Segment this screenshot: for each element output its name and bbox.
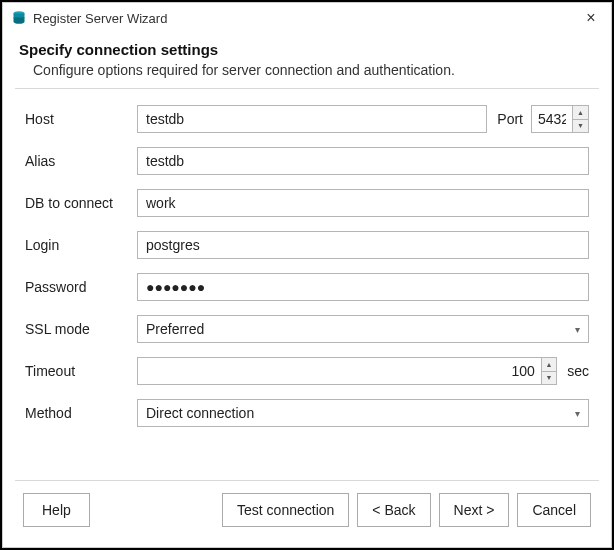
timeout-input[interactable]	[138, 358, 541, 384]
help-button[interactable]: Help	[23, 493, 90, 527]
method-value: Direct connection	[146, 405, 254, 421]
timeout-spinner[interactable]: ▲ ▼	[137, 357, 557, 385]
page-title: Specify connection settings	[19, 41, 595, 58]
titlebar: Register Server Wizard ×	[3, 3, 611, 33]
page-subtitle: Configure options required for server co…	[19, 62, 595, 78]
password-label: Password	[25, 279, 137, 295]
port-label: Port	[497, 111, 523, 127]
timeout-step-up[interactable]: ▲	[542, 358, 556, 372]
login-input[interactable]	[137, 231, 589, 259]
wizard-header: Specify connection settings Configure op…	[3, 33, 611, 88]
form-area: Host Port ▲ ▼ Alias DB to connect	[3, 89, 611, 480]
window-title: Register Server Wizard	[33, 11, 579, 26]
host-input[interactable]	[137, 105, 487, 133]
port-step-up[interactable]: ▲	[573, 106, 588, 120]
chevron-down-icon: ▾	[575, 324, 580, 335]
close-icon[interactable]: ×	[579, 10, 603, 26]
host-label: Host	[25, 111, 137, 127]
password-input[interactable]	[137, 273, 589, 301]
ssl-mode-label: SSL mode	[25, 321, 137, 337]
timeout-label: Timeout	[25, 363, 137, 379]
next-button[interactable]: Next >	[439, 493, 510, 527]
test-connection-button[interactable]: Test connection	[222, 493, 349, 527]
footer: Help Test connection < Back Next > Cance…	[3, 481, 611, 547]
method-select[interactable]: Direct connection ▾	[137, 399, 589, 427]
wizard-window: Register Server Wizard × Specify connect…	[2, 2, 612, 548]
db-label: DB to connect	[25, 195, 137, 211]
db-input[interactable]	[137, 189, 589, 217]
port-input[interactable]	[532, 106, 572, 132]
alias-input[interactable]	[137, 147, 589, 175]
timeout-step-down[interactable]: ▼	[542, 372, 556, 385]
back-button[interactable]: < Back	[357, 493, 430, 527]
port-step-down[interactable]: ▼	[573, 120, 588, 133]
chevron-down-icon: ▾	[575, 408, 580, 419]
port-spinner[interactable]: ▲ ▼	[531, 105, 589, 133]
method-label: Method	[25, 405, 137, 421]
timeout-unit: sec	[567, 363, 589, 379]
app-icon	[11, 10, 27, 26]
login-label: Login	[25, 237, 137, 253]
alias-label: Alias	[25, 153, 137, 169]
ssl-mode-select[interactable]: Preferred ▾	[137, 315, 589, 343]
cancel-button[interactable]: Cancel	[517, 493, 591, 527]
ssl-mode-value: Preferred	[146, 321, 204, 337]
